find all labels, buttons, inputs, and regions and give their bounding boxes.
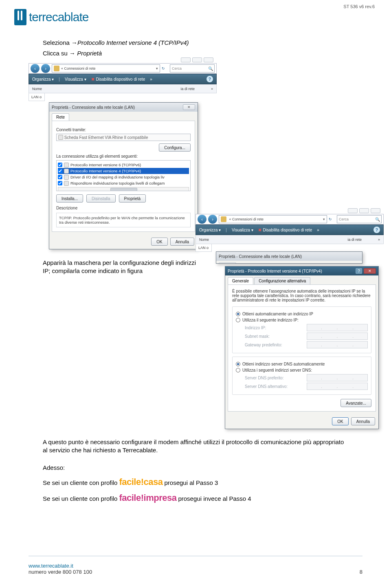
- refresh-icon[interactable]: ↻: [162, 66, 168, 70]
- avanzate-button[interactable]: Avanzate...: [340, 399, 371, 407]
- proprieta-button[interactable]: Proprietà: [119, 194, 146, 203]
- protocol-icon: [64, 181, 69, 186]
- column-headers: Nome ia di rete »: [29, 84, 217, 93]
- dialog-title: Proprietà - Connessione alla rete locale…: [219, 254, 302, 259]
- breadcrumb-text: « Connessioni di rete: [229, 217, 264, 221]
- refresh-icon[interactable]: ↻: [329, 217, 335, 221]
- radio-manual-ip[interactable]: [236, 318, 240, 322]
- disable-device[interactable]: Disabilita dispositivo di rete: [263, 228, 312, 232]
- organizza-menu[interactable]: Organizza ▾: [199, 228, 221, 232]
- gateway-label: Gateway predefinito:: [245, 343, 294, 347]
- search-input[interactable]: Cerca: [337, 215, 382, 223]
- radio-manual-dns[interactable]: [236, 368, 240, 372]
- org-toolbar: Organizza ▾ | Visualizza ▾ ✖Disabilita d…: [29, 74, 217, 84]
- protocol-icon: [64, 169, 69, 174]
- instr1-c: Clicca su: [43, 50, 69, 57]
- protocol-list[interactable]: Protocollo Internet versione 6 (TCP/IPv6…: [56, 160, 191, 191]
- arrow-icon: →: [69, 50, 75, 57]
- dialog-titlebar: Proprietà - Connessione alla rete locale…: [49, 103, 198, 112]
- instr1-b: Protocollo Internet versione 4 (TCP/IPv4…: [77, 39, 189, 46]
- folder-icon: [221, 216, 226, 222]
- nic-icon: [58, 135, 63, 140]
- close-icon[interactable]: ✕: [183, 104, 195, 110]
- instr-block-3: A questo punto è necessario configurare …: [43, 438, 348, 504]
- nav-back-icon[interactable]: ‹: [198, 215, 206, 224]
- nav-back-icon[interactable]: ‹: [31, 64, 40, 73]
- visualizza-menu[interactable]: Visualizza ▾: [65, 77, 86, 81]
- checkbox[interactable]: [58, 163, 62, 167]
- footer-url: www.terrecablate.it: [29, 563, 362, 569]
- dns-group: Ottieni indirizzo server DNS automaticam…: [232, 357, 371, 395]
- window-controls: [348, 208, 380, 213]
- checkbox[interactable]: [58, 169, 62, 173]
- footer-phone: numero verde 800 078 100: [29, 569, 362, 575]
- help-icon[interactable]: ?: [356, 268, 362, 274]
- dns2-label: Server DNS alternativo:: [245, 384, 294, 389]
- subnet-field: ...: [307, 333, 368, 340]
- adapter-name: Scheda Fast Ethernet VIA Rhine II compat…: [64, 135, 148, 140]
- scrollbar-horizontal[interactable]: [58, 187, 189, 191]
- screenshot-tcpip-properties: ‹ › « Connessioni di rete ▾ ↻ Cerca Orga…: [196, 214, 384, 422]
- prof2-a: Se sei un cliente con profilo: [43, 495, 117, 503]
- disable-device[interactable]: Disabilita dispositivo di rete: [96, 77, 145, 81]
- list-item-label: Driver di I/O del mapping di individuazi…: [70, 175, 165, 179]
- dialog-title: Proprietà - Protocollo Internet versione…: [228, 269, 322, 273]
- column-headers: Nome ia di rete »: [196, 235, 384, 244]
- help-icon[interactable]: ?: [206, 76, 213, 82]
- toolbar-more[interactable]: »: [317, 228, 319, 232]
- radio-auto-dns[interactable]: [236, 362, 240, 366]
- list-item-label: Protocollo Internet versione 6 (TCP/IPv6…: [70, 163, 141, 167]
- col-nome: Nome: [32, 87, 42, 91]
- logo-text: terrecablate: [29, 10, 88, 24]
- ok-button[interactable]: OK: [332, 417, 348, 425]
- window-controls: [181, 57, 213, 62]
- radio-auto-ip[interactable]: [236, 312, 240, 316]
- screenshot-lan-properties: ‹ › « Connessioni di rete ▾ ↻ Cerca Orga…: [29, 63, 217, 263]
- annulla-button[interactable]: Annulla: [351, 417, 375, 425]
- tab-config-alternativa[interactable]: Configurazione alternativa: [254, 277, 310, 284]
- list-item-label: Risponditore individuazione topologia li…: [70, 181, 165, 185]
- help-icon[interactable]: ?: [373, 227, 380, 233]
- page-footer: www.terrecablate.it numero verde 800 078…: [29, 563, 362, 575]
- arrow-icon: →: [71, 39, 77, 46]
- dialog-titlebar: Proprietà - Connessione alla rete locale…: [216, 252, 362, 261]
- tab-rete[interactable]: Rete: [219, 262, 236, 264]
- annulla-button[interactable]: Annulla: [170, 238, 194, 246]
- connetti-label: Connetti tramite:: [56, 128, 191, 132]
- checkbox[interactable]: [58, 181, 62, 185]
- ip-address-label: Indirizzo IP:: [245, 326, 294, 330]
- installa-button[interactable]: Installa...: [56, 194, 83, 203]
- instr-block-2: Apparirà la maschera per la configurazio…: [43, 259, 198, 275]
- checkbox[interactable]: [58, 175, 62, 179]
- radio-manual-ip-label: Utilizza il seguente indirizzo IP:: [242, 318, 299, 322]
- organizza-menu[interactable]: Organizza ▾: [32, 77, 54, 81]
- lan-properties-dialog: Proprietà - Connessione alla rete locale…: [49, 102, 198, 249]
- nav-fwd-icon[interactable]: ›: [208, 215, 217, 224]
- configura-button[interactable]: Configura...: [159, 143, 191, 152]
- ip-address-field: ...: [307, 324, 368, 331]
- instr-block-1: Seleziona →Protocollo Internet versione …: [43, 39, 369, 60]
- nav-fwd-icon[interactable]: ›: [41, 64, 50, 73]
- tab-rete[interactable]: Rete: [52, 113, 69, 121]
- instr1-d: Proprietà: [75, 50, 102, 57]
- close-icon[interactable]: ✕: [364, 268, 376, 274]
- tcpip-properties-dialog: Proprietà - Protocollo Internet versione…: [225, 266, 379, 429]
- ok-button[interactable]: OK: [151, 238, 167, 246]
- visualizza-menu[interactable]: Visualizza ▾: [232, 228, 253, 232]
- col-more: »: [211, 87, 213, 91]
- protocol-icon: [64, 163, 69, 167]
- para3-text: A questo punto è necessario configurare …: [43, 438, 348, 455]
- descrizione-text: TCP/IP. Protocollo predefinito per le WA…: [56, 213, 191, 227]
- toolbar-more[interactable]: »: [150, 77, 152, 81]
- tab-generale[interactable]: Generale: [228, 277, 253, 284]
- elementi-label: La connessione utilizza gli elementi seg…: [56, 154, 191, 159]
- breadcrumb[interactable]: « Connessioni di rete ▾: [219, 215, 327, 223]
- lan-column-fragment: LAN o: [196, 244, 212, 252]
- breadcrumb-text: « Connessioni di rete: [61, 66, 96, 70]
- adapter-field: Scheda Fast Ethernet VIA Rhine II compat…: [56, 134, 191, 141]
- search-input[interactable]: Cerca: [170, 64, 215, 73]
- disinstalla-button: Disinstalla: [86, 194, 116, 203]
- subnet-label: Subnet mask:: [245, 334, 294, 339]
- breadcrumb[interactable]: « Connessioni di rete ▾: [52, 64, 160, 73]
- protocol-icon: [64, 175, 69, 180]
